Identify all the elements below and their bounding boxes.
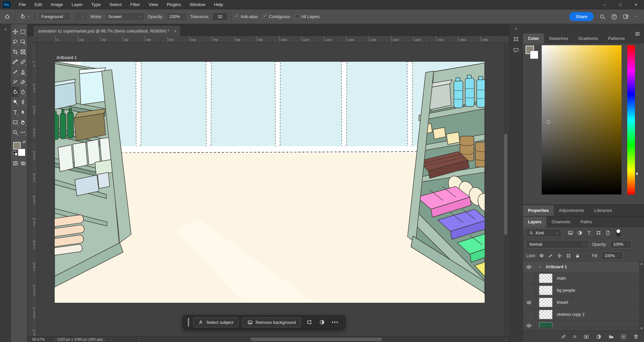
scroll-down-icon[interactable] [640, 328, 643, 329]
paint-bucket-tool-preset[interactable] [18, 14, 32, 19]
blur-tool[interactable] [19, 87, 27, 97]
delete-layer-icon[interactable] [633, 334, 639, 339]
checkbox[interactable] [234, 14, 238, 19]
artboard-canvas[interactable] [55, 62, 485, 303]
panel-tab[interactable]: Properties [523, 205, 554, 216]
rectangle-tool[interactable] [11, 117, 19, 127]
canvas-area[interactable]: 0100200300400500600700800900100011001200… [28, 36, 509, 336]
dodge-tool[interactable] [11, 97, 19, 107]
zoom-tool[interactable] [11, 127, 19, 137]
panel-tab[interactable]: Adjustments [554, 205, 589, 216]
lock-transparent-pixels-icon[interactable] [539, 253, 544, 258]
help-icon[interactable] [611, 14, 617, 20]
menu-item[interactable]: Filter [126, 0, 144, 9]
visibility-eye-icon[interactable] [523, 262, 535, 272]
add-layer-mask-icon[interactable] [584, 334, 589, 339]
layer-row[interactable]: Layer 15 [523, 321, 644, 328]
panel-menu-icon[interactable] [631, 34, 644, 34]
layer-fill-select[interactable]: 100% [601, 251, 623, 260]
hue-slider[interactable] [627, 45, 635, 194]
chevron-down-icon[interactable] [538, 265, 542, 269]
layer-row[interactable]: shelves copy 2 [523, 308, 644, 321]
lasso-tool[interactable] [11, 37, 19, 47]
background-color-swatch[interactable] [18, 149, 25, 156]
menu-item[interactable]: Select [105, 0, 126, 9]
adjustment-icon[interactable] [318, 320, 326, 325]
edit-toolbar-icon[interactable]: ••• [19, 127, 27, 137]
visibility-eye-icon[interactable] [523, 321, 535, 328]
clone-stamp-tool[interactable] [19, 67, 27, 77]
filter-type-layers-icon[interactable] [587, 230, 592, 235]
brush-tool[interactable] [11, 67, 19, 77]
eyedropper-tool[interactable] [11, 57, 19, 67]
layer-thumbnail[interactable] [539, 274, 552, 283]
layer-thumbnail[interactable] [539, 286, 552, 295]
collapsed-panel-icon[interactable] [513, 36, 519, 42]
menu-item[interactable]: File [14, 0, 30, 9]
tolerance-input[interactable]: 32 [212, 12, 228, 21]
remove-background-button[interactable]: Remove background [243, 318, 301, 327]
mode-select[interactable]: Screen [105, 12, 145, 21]
swap-colors-icon[interactable]: ⇄ [22, 140, 25, 144]
visibility-toggle[interactable] [523, 272, 535, 284]
hand-tool[interactable] [19, 117, 27, 127]
layers-scrollbar[interactable] [639, 262, 644, 331]
type-tool[interactable] [11, 107, 19, 117]
eraser-tool[interactable] [19, 77, 27, 87]
layer-opacity-select[interactable]: 100% [610, 240, 632, 248]
menu-item[interactable]: Edit [30, 0, 46, 9]
blend-mode-select[interactable]: Normal [526, 240, 589, 248]
status-next-icon[interactable]: › [110, 337, 111, 341]
layer-row-artboard[interactable]: Artboard 1 [523, 262, 644, 272]
visibility-toggle[interactable] [523, 308, 535, 320]
path-selection-tool[interactable] [19, 107, 27, 117]
panel-tab[interactable]: Libraries [589, 205, 617, 216]
menu-item[interactable]: View [144, 0, 162, 9]
scroll-up-icon[interactable] [640, 263, 643, 265]
close-button[interactable]: × [628, 0, 644, 9]
lock-image-pixels-icon[interactable] [548, 253, 553, 258]
filter-shape-layers-icon[interactable] [596, 230, 601, 235]
layer-row[interactable]: lineart [523, 296, 644, 308]
more-options-icon[interactable]: ••• [330, 320, 340, 325]
filtering-toggle[interactable] [616, 229, 621, 237]
opacity-select[interactable]: 100% [166, 12, 187, 21]
layer-row[interactable]: bg people [523, 284, 644, 296]
workspace-panels-icon[interactable] [623, 14, 629, 19]
quick-mask-icon[interactable] [13, 161, 18, 166]
default-colors-icon[interactable] [13, 151, 17, 156]
maximize-button[interactable]: □ [612, 0, 628, 9]
transform-icon[interactable] [305, 320, 314, 325]
horizontal-scrollbar-thumb[interactable] [251, 338, 382, 341]
menu-item[interactable]: Layer [67, 0, 87, 9]
menu-item[interactable]: Window [185, 0, 210, 9]
crop-tool[interactable] [11, 47, 19, 57]
filter-pixel-layers-icon[interactable] [568, 230, 573, 235]
document-tab[interactable]: animation s1 supermarket.psd @ 66.7% (it… [34, 26, 180, 36]
close-tab-icon[interactable]: × [174, 28, 177, 34]
layer-thumbnail[interactable] [539, 298, 552, 307]
panel-tab[interactable]: Layers [523, 217, 546, 227]
history-brush-tool[interactable] [11, 77, 19, 87]
scroll-right-icon[interactable]: › [505, 337, 507, 341]
scroll-left-icon[interactable]: ‹ [138, 337, 140, 341]
panel-tab[interactable]: Paths [576, 217, 597, 227]
panel-tab[interactable]: Color [523, 34, 544, 44]
new-group-icon[interactable] [608, 334, 614, 339]
new-adjustment-layer-icon[interactable] [596, 334, 601, 339]
filter-kind-select[interactable]: Kind [526, 229, 562, 237]
screen-mode-icon[interactable] [20, 161, 26, 166]
checkbox[interactable] [263, 14, 267, 19]
menu-item[interactable]: Plugins [162, 0, 185, 9]
panel-tab[interactable]: Swatches [544, 34, 574, 44]
layer-effects-icon[interactable]: fx [573, 334, 577, 339]
visibility-eye-icon[interactable] [523, 296, 535, 308]
panel-tab[interactable]: Patterns [603, 34, 630, 44]
background-color-swatch[interactable] [530, 51, 538, 59]
home-icon[interactable] [3, 14, 12, 19]
menu-item[interactable]: Image [46, 0, 67, 9]
vertical-scrollbar[interactable] [503, 44, 508, 335]
minimize-button[interactable]: – [597, 0, 612, 9]
artboard-label[interactable]: Artboard 1 [56, 55, 77, 60]
expand-dock-icon[interactable]: » [515, 26, 517, 31]
